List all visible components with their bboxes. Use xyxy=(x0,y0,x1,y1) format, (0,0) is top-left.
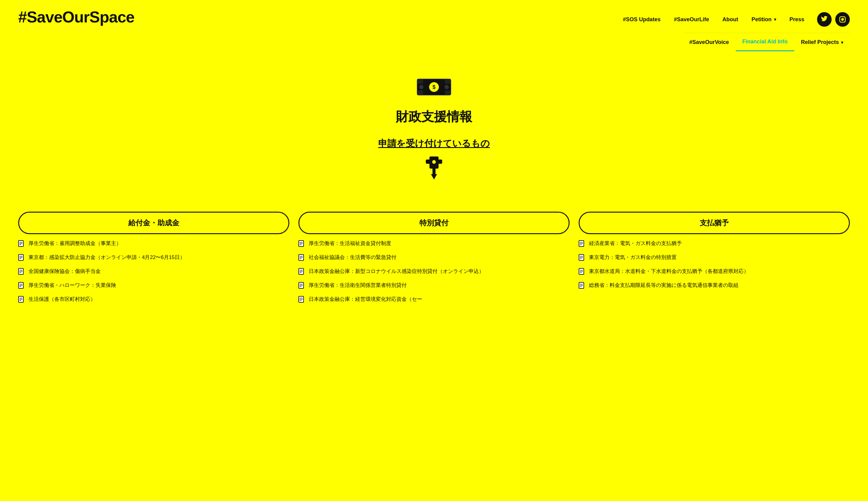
svg-rect-14 xyxy=(417,79,423,84)
svg-rect-15 xyxy=(445,79,451,84)
column-grants: 給付金・助成金 厚生労働省：雇用調整助成金（事業主） 東京都：感染拡大防止協力金… xyxy=(18,212,289,304)
header-right: #SOS Updates #SaveOurLife About Petition… xyxy=(616,6,850,51)
money-icon: $ xyxy=(18,75,850,104)
list-item[interactable]: 日本政策金融公庫：新型コロナウイルス感染症特別貸付（オンライン申込） xyxy=(298,267,570,276)
list-item[interactable]: 日本政策金融公庫：経営環境変化対応資金（セー xyxy=(298,295,570,304)
list-item[interactable]: 東京都：感染拡大防止協力金（オンライン申請・4月22〜6月15日） xyxy=(18,254,289,262)
list-item[interactable]: 厚生労働省：生活福祉資金貸付制度 xyxy=(298,239,570,248)
list-item[interactable]: 厚生労働省：生活衛生関係営業者特別貸付 xyxy=(298,281,570,290)
section-heading-link[interactable]: 申請を受け付けているもの xyxy=(18,137,850,150)
list-item[interactable]: 厚生労働省：雇用調整助成金（事業主） xyxy=(18,239,289,248)
svg-rect-16 xyxy=(417,90,423,95)
column-deferrals-header: 支払猶予 xyxy=(579,212,850,234)
site-logo[interactable]: #SaveOurSpace xyxy=(18,6,135,25)
list-item[interactable]: 社会福祉協議会：生活費等の緊急貸付 xyxy=(298,254,570,262)
svg-text:$: $ xyxy=(432,84,436,90)
nav-save-our-life[interactable]: #SaveOurLife xyxy=(667,8,716,31)
columns-section: 給付金・助成金 厚生労働省：雇用調整助成金（事業主） 東京都：感染拡大防止協力金… xyxy=(18,212,850,304)
nav-save-our-voice[interactable]: #SaveOurVoice xyxy=(683,34,736,51)
nav-financial-aid-info[interactable]: Financial Aid Info xyxy=(736,33,794,51)
nav-press[interactable]: Press xyxy=(783,8,811,31)
svg-point-4 xyxy=(844,18,844,18)
column-loans-header: 特別貸付 xyxy=(298,212,570,234)
page-title: 財政支援情報 xyxy=(18,108,850,125)
svg-point-11 xyxy=(419,85,424,89)
svg-rect-17 xyxy=(445,90,451,95)
svg-point-22 xyxy=(432,160,436,164)
social-icons-group xyxy=(811,6,850,33)
list-item[interactable]: 経済産業省：電気・ガス料金の支払猶予 xyxy=(579,239,850,248)
list-item[interactable]: 生活保護（各市区町村対応） xyxy=(18,295,289,304)
list-item[interactable]: 東京都水道局：水道料金・下水道料金の支払猶予（各都道府県対応） xyxy=(579,267,850,276)
hero-section: $ 財政支援情報 申請を受け付けているもの xyxy=(18,63,850,200)
instagram-icon[interactable] xyxy=(835,12,850,27)
list-item[interactable]: 厚生労働省・ハローワーク：失業保険 xyxy=(18,281,289,290)
petition-chevron-icon: ▾ xyxy=(774,17,776,22)
list-item[interactable]: 全国健康保険協会：傷病手当金 xyxy=(18,267,289,276)
nav-relief-projects[interactable]: Relief Projects ▾ xyxy=(794,34,850,51)
nav-about[interactable]: About xyxy=(716,8,745,31)
nav-top: #SOS Updates #SaveOurLife About Petition… xyxy=(616,8,811,31)
nav-bottom: #SaveOurVoice Financial Aid Info Relief … xyxy=(683,33,850,51)
column-grants-header: 給付金・助成金 xyxy=(18,212,289,234)
column-deferrals: 支払猶予 経済産業省：電気・ガス料金の支払猶予 東京電力：電気・ガス料金の特別措… xyxy=(579,212,850,304)
list-item[interactable]: 総務省：料金支払期限延長等の実施に係る電気通信事業者の取組 xyxy=(579,281,850,290)
svg-marker-21 xyxy=(431,174,437,180)
svg-point-12 xyxy=(444,85,449,89)
column-loans: 特別貸付 厚生労働省：生活福祉資金貸付制度 社会福祉協議会：生活費等の緊急貸付 … xyxy=(298,212,570,304)
nav-sos-updates[interactable]: #SOS Updates xyxy=(616,8,667,31)
pin-icon xyxy=(18,156,850,181)
nav-petition[interactable]: Petition ▾ xyxy=(745,8,783,31)
relief-projects-chevron-icon: ▾ xyxy=(841,40,843,45)
list-item[interactable]: 東京電力：電気・ガス料金の特別措置 xyxy=(579,254,850,262)
svg-rect-20 xyxy=(432,169,436,175)
twitter-icon[interactable] xyxy=(817,12,832,27)
